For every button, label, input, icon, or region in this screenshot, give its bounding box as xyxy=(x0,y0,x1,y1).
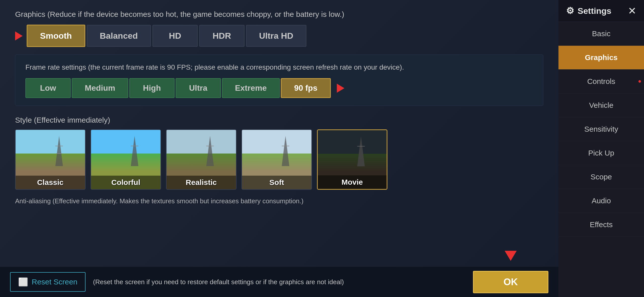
style-classic-card[interactable]: Classic xyxy=(15,129,86,190)
colorful-tower-icon xyxy=(130,136,140,166)
quality-balanced-button[interactable]: Balanced xyxy=(87,25,151,47)
antialias-text: Anti-aliasing (Effective immediately. Ma… xyxy=(15,197,543,205)
quality-hd-button[interactable]: HD xyxy=(152,25,198,47)
sidebar-items: Basic Graphics Controls Vehicle Sensitiv… xyxy=(558,22,644,297)
movie-tower-icon xyxy=(356,136,366,166)
sidebar-item-graphics[interactable]: Graphics xyxy=(558,46,644,70)
soft-label: Soft xyxy=(242,176,311,189)
movie-label: Movie xyxy=(318,175,387,189)
quality-hdr-button[interactable]: HDR xyxy=(199,25,245,47)
framerate-header: Frame rate settings (the current frame r… xyxy=(25,62,533,72)
svg-marker-0 xyxy=(55,136,63,166)
fps-high-button[interactable]: High xyxy=(129,78,175,98)
framerate-section: Frame rate settings (the current frame r… xyxy=(15,55,543,106)
reset-hint: (Reset the screen if you need to restore… xyxy=(93,278,465,286)
fps-90-button[interactable]: 90 fps xyxy=(281,78,331,98)
style-soft-card[interactable]: Soft xyxy=(242,129,312,190)
sidebar-item-controls[interactable]: Controls xyxy=(558,70,644,93)
settings-title-label: Settings xyxy=(578,6,611,16)
bottom-bar: ⬜ Reset Screen (Reset the screen if you … xyxy=(0,267,558,297)
svg-marker-3 xyxy=(131,136,138,166)
classic-label: Classic xyxy=(16,176,85,189)
style-realistic-card[interactable]: Realistic xyxy=(166,129,236,190)
svg-marker-7 xyxy=(282,136,289,166)
graphics-note: Graphics (Reduce if the device becomes t… xyxy=(15,10,543,19)
style-section: Style (Effective immediately) Classic xyxy=(15,116,543,190)
style-header: Style (Effective immediately) xyxy=(15,116,543,124)
realistic-tower-icon xyxy=(205,136,215,166)
ok-button[interactable]: OK xyxy=(473,271,548,293)
reset-icon: ⬜ xyxy=(18,277,28,287)
quality-ultrahd-button[interactable]: Ultra HD xyxy=(246,25,306,47)
close-icon[interactable]: ✕ xyxy=(628,5,636,17)
reset-screen-button[interactable]: ⬜ Reset Screen xyxy=(10,272,86,292)
sidebar-item-effects[interactable]: Effects xyxy=(558,213,644,237)
sidebar-item-pickup[interactable]: Pick Up xyxy=(558,141,644,165)
controls-dot xyxy=(638,80,641,83)
ok-arrow-indicator xyxy=(505,251,517,261)
svg-marker-5 xyxy=(206,136,214,166)
style-movie-card[interactable]: Movie xyxy=(317,129,387,190)
sidebar: ⚙ Settings ✕ Basic Graphics Controls Veh… xyxy=(558,0,644,297)
style-cards: Classic Colorful Reali xyxy=(15,129,543,190)
sidebar-item-audio[interactable]: Audio xyxy=(558,189,644,213)
colorful-label: Colorful xyxy=(91,176,160,189)
fps-extreme-button[interactable]: Extreme xyxy=(222,78,280,98)
fps-medium-button[interactable]: Medium xyxy=(72,78,128,98)
sidebar-item-sensitivity[interactable]: Sensitivity xyxy=(558,117,644,141)
sidebar-header: ⚙ Settings ✕ xyxy=(558,0,644,22)
smooth-arrow-indicator xyxy=(15,31,23,40)
fps-arrow-indicator xyxy=(337,84,344,93)
realistic-label: Realistic xyxy=(167,176,236,189)
main-content: Graphics (Reduce if the device becomes t… xyxy=(0,0,558,297)
sidebar-item-basic[interactable]: Basic xyxy=(558,22,644,46)
style-colorful-card[interactable]: Colorful xyxy=(91,129,161,190)
gear-icon: ⚙ xyxy=(566,6,574,16)
classic-tower-icon xyxy=(54,136,64,166)
sidebar-item-vehicle[interactable]: Vehicle xyxy=(558,93,644,117)
fps-low-button[interactable]: Low xyxy=(25,78,71,98)
reset-label: Reset Screen xyxy=(32,278,77,286)
quality-row: Smooth Balanced HD HDR Ultra HD xyxy=(15,25,543,47)
sidebar-item-scope[interactable]: Scope xyxy=(558,165,644,189)
svg-marker-9 xyxy=(357,136,365,166)
fps-row: Low Medium High Ultra Extreme 90 fps xyxy=(25,78,533,98)
ok-wrapper: OK xyxy=(473,271,548,293)
quality-smooth-button[interactable]: Smooth xyxy=(27,25,85,47)
soft-tower-icon xyxy=(280,136,291,166)
settings-title: ⚙ Settings xyxy=(566,6,611,16)
fps-ultra-button[interactable]: Ultra xyxy=(176,78,221,98)
